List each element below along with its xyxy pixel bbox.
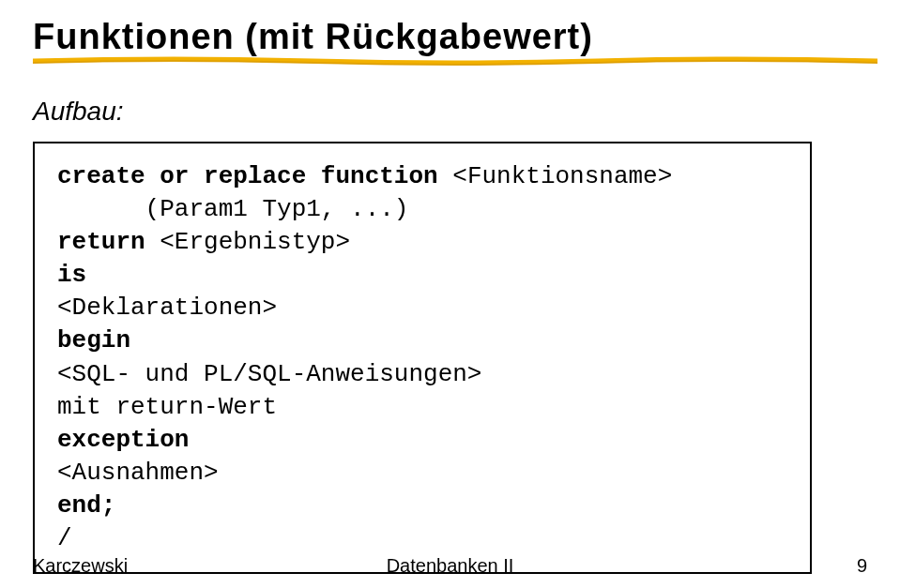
code-slash: / [57,524,72,552]
code-anweisungen: <SQL- und PL/SQL-Anweisungen> [57,360,481,388]
footer: Karczewski Datenbanken II 9 [33,555,867,577]
page-title: Funktionen (mit Rückgabewert) [33,17,867,57]
code-params: (Param1 Typ1, ...) [57,195,408,223]
section-label-aufbau: Aufbau: [33,97,867,127]
kw-end: end; [57,491,115,520]
code-funktionsname: <Funktionsname> [452,162,672,190]
code-ausnahmen: <Ausnahmen> [57,459,219,487]
code-deklarationen: <Deklarationen> [57,294,277,322]
slide-page: Funktionen (mit Rückgabewert) Aufbau: cr… [0,0,900,588]
code-ergebnistyp: <Ergebnistyp> [160,228,350,256]
code-returnwert: mit return-Wert [57,393,277,421]
kw-create: create or replace function [57,162,452,190]
kw-begin: begin [57,326,130,354]
code-box: create or replace function <Funktionsnam… [33,142,812,574]
kw-exception: exception [57,426,189,454]
kw-return: return [57,228,160,256]
footer-course: Datenbanken II [33,555,867,577]
title-underline [33,55,877,67]
kw-is: is [57,261,86,289]
